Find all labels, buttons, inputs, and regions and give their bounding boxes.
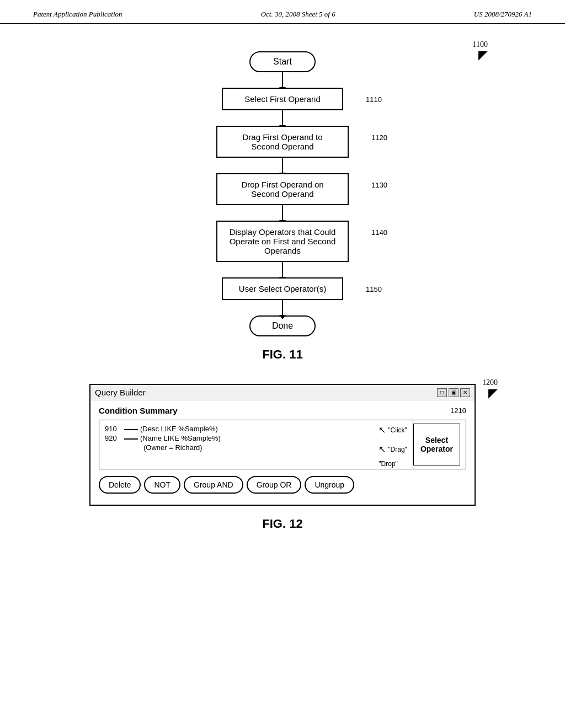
- qb-section-number: 1210: [450, 406, 466, 415]
- fc-start: Start: [249, 51, 316, 72]
- select-operator-label: SelectOperator: [420, 436, 453, 453]
- query-builder-window: Query Builder □ ▣ ✕ Condition Summary 12…: [89, 384, 476, 506]
- fc-arrow-4: [282, 262, 283, 277]
- arrow-1100-icon: ◤: [478, 49, 488, 61]
- fc-arrow-2: [282, 158, 283, 173]
- fc-label-1150: 1150: [366, 283, 382, 293]
- header-left: Patent Application Publication: [33, 10, 122, 19]
- fc-row-1110: Select First Operand 1110: [222, 88, 343, 110]
- annotation-click-text: "Click": [388, 426, 407, 434]
- qb-title: Query Builder: [95, 388, 146, 397]
- fc-process-1120: Drag First Operand to Second Operand: [216, 126, 349, 158]
- header-right: US 2008/270926 A1: [474, 10, 532, 19]
- qb-body: Condition Summary 1210 910 (Desc LI: [90, 400, 475, 505]
- qb-section-title: Condition Summary: [99, 406, 178, 415]
- fc-label-1120: 1120: [371, 131, 387, 142]
- fc-process-1110: Select First Operand: [222, 88, 343, 110]
- qb-action-buttons: Delete NOT Group AND Group OR Ungroup: [99, 476, 466, 499]
- not-button[interactable]: NOT: [144, 476, 180, 494]
- fc-arrow-0: [282, 72, 283, 88]
- fc-process-1130: Drop First Operand on Second Operand: [216, 173, 349, 205]
- cond-text-920: (Name LIKE %Sample%): [140, 434, 221, 442]
- fig12-caption: FIG. 12: [89, 517, 476, 531]
- qb-conditions-list: 910 (Desc LIKE %Sample%) 920 (Name LIKE …: [99, 420, 413, 469]
- fc-row-1150: User Select Operator(s) 1150: [222, 277, 343, 300]
- qb-condition-area: 910 (Desc LIKE %Sample%) 920 (Name LIKE …: [99, 420, 466, 469]
- cursor-drag-icon: ↖: [379, 444, 386, 454]
- cond-id-910: 910: [105, 425, 124, 433]
- cond-text-owner: (Owner = Richard): [143, 443, 202, 452]
- fc-arrow-5: [282, 300, 283, 315]
- cond-text-910: (Desc LIKE %Sample%): [140, 425, 218, 433]
- qb-condition-owner: (Owner = Richard): [105, 443, 407, 452]
- fc-row-1120: Drag First Operand to Second Operand 112…: [216, 126, 349, 158]
- qb-condition-910: 910 (Desc LIKE %Sample%): [105, 425, 407, 433]
- fc-label-1110: 1110: [366, 93, 382, 104]
- ungroup-button[interactable]: Ungroup: [305, 476, 354, 494]
- qb-section-header: Condition Summary 1210: [99, 406, 466, 415]
- fc-row-1140: Display Operators that Could Operate on …: [216, 221, 349, 262]
- qb-condition-area-wrapper: 910 (Desc LIKE %Sample%) 920 (Name LIKE …: [99, 420, 466, 476]
- annotation-drag-row: ↖ "Drag": [379, 444, 407, 454]
- qb-condition-920: 920 (Name LIKE %Sample%): [105, 434, 407, 442]
- qb-close-button[interactable]: ✕: [460, 388, 470, 397]
- cond-line-910: [124, 429, 138, 430]
- fc-row-1130: Drop First Operand on Second Operand 113…: [216, 173, 349, 205]
- fc-arrow-3: [282, 205, 283, 221]
- group-and-button[interactable]: Group AND: [184, 476, 243, 494]
- fig11-container: 1100 ◤ Start Select First Operand 1110 D…: [33, 35, 532, 378]
- cond-line-920: [124, 438, 138, 440]
- delete-button[interactable]: Delete: [99, 476, 141, 494]
- fc-process-1150: User Select Operator(s): [222, 277, 343, 300]
- annotation-click: ↖ "Click" ↖ "Drag" "Drop": [379, 425, 407, 468]
- fig11-caption: FIG. 11: [262, 347, 302, 362]
- qb-titlebar: Query Builder □ ▣ ✕: [90, 385, 475, 400]
- page-content: 1100 ◤ Start Select First Operand 1110 D…: [0, 24, 565, 548]
- fig12-wrapper: 1200 ◤ Query Builder □ ▣ ✕: [33, 384, 532, 537]
- cond-id-920: 920: [105, 434, 124, 442]
- label-1100: 1100 ◤: [473, 40, 488, 61]
- fc-process-1140: Display Operators that Could Operate on …: [216, 221, 349, 262]
- label-1200: 1200 ◤: [482, 378, 498, 399]
- cursor-click-icon: ↖: [379, 425, 386, 435]
- qb-select-operator-button[interactable]: SelectOperator: [413, 424, 460, 465]
- qb-minimize-button[interactable]: □: [437, 388, 447, 397]
- group-or-button[interactable]: Group OR: [247, 476, 302, 494]
- header-center: Oct. 30, 2008 Sheet 5 of 6: [261, 10, 335, 19]
- annotation-drop-row: "Drop": [379, 460, 407, 468]
- fig12-container: 1200 ◤ Query Builder □ ▣ ✕: [89, 384, 476, 537]
- fc-label-1140: 1140: [371, 226, 387, 237]
- flowchart-fig11: Start Select First Operand 1110 Drag Fir…: [216, 51, 349, 336]
- fc-arrow-1: [282, 110, 283, 126]
- arrow-1200-icon: ◤: [488, 387, 498, 399]
- qb-controls[interactable]: □ ▣ ✕: [437, 388, 470, 397]
- annotation-drop-text: "Drop": [379, 460, 398, 468]
- page-header: Patent Application Publication Oct. 30, …: [0, 0, 565, 24]
- qb-restore-button[interactable]: ▣: [449, 388, 459, 397]
- annotation-click-row: ↖ "Click": [379, 425, 407, 435]
- fc-label-1130: 1130: [371, 179, 387, 189]
- annotation-drag-text: "Drag": [388, 446, 407, 453]
